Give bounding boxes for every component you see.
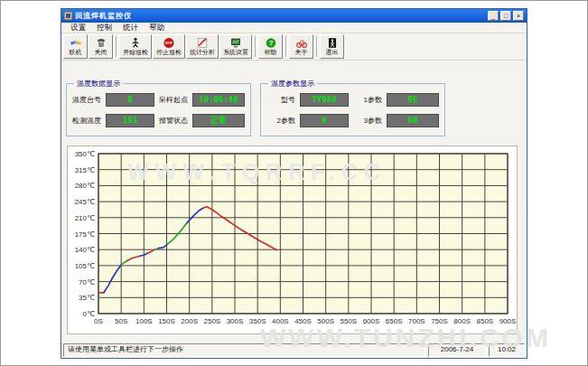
app-icon	[64, 12, 72, 20]
svg-text:175℃: 175℃	[75, 230, 95, 239]
svg-text:70℃: 70℃	[79, 278, 95, 286]
monitor-icon	[229, 37, 242, 49]
toolbar-button-system-settings[interactable]: 系统设置	[219, 34, 252, 59]
group-title: 温度参数显示	[268, 79, 317, 89]
svg-text:0℃: 0℃	[83, 310, 95, 318]
minimize-button[interactable]: _	[488, 11, 499, 21]
toolbar-button-start-patrol[interactable]: 开始巡检	[119, 34, 152, 59]
svg-text:210℃: 210℃	[75, 214, 95, 222]
svg-text:280℃: 280℃	[75, 182, 95, 190]
led-alarm-status: 正常	[192, 114, 245, 127]
field-label-measured-temp: 检测温度	[72, 116, 101, 126]
toolbar-button-help[interactable]: ? 帮助	[258, 34, 283, 59]
restore-button[interactable]: □	[500, 11, 511, 21]
svg-text:100S: 100S	[135, 317, 153, 325]
field-label-unit-number: 温度台号	[72, 95, 101, 105]
analysis-pen-icon	[196, 37, 209, 49]
question-mark-icon: ?	[265, 37, 277, 49]
toolbar: 联机 关闭 开始巡检 STOP	[61, 33, 527, 61]
led-measured-temp: 193	[106, 114, 154, 127]
toolbar-label: 关闭	[95, 49, 107, 55]
svg-text:140℃: 140℃	[75, 246, 95, 254]
svg-text:105℃: 105℃	[75, 262, 95, 270]
svg-text:750S: 750S	[431, 317, 448, 325]
led-model: TY988	[300, 93, 349, 107]
handshake-icon	[70, 37, 82, 49]
group-temperature-params: 温度参数显示 型号 TY988 1参数 95 2参数 0 3参数 88	[260, 79, 445, 136]
svg-text:315℃: 315℃	[75, 166, 95, 174]
toolbar-separator	[255, 36, 257, 57]
toolbar-separator	[285, 36, 287, 57]
toolbar-button-stop-patrol[interactable]: STOP 停止巡检	[153, 34, 185, 59]
svg-text:600S: 600S	[363, 317, 380, 325]
status-date: 2006-7-24	[428, 343, 486, 357]
led-sample-start: 10:06:48	[192, 93, 245, 107]
toolbar-label: 开始巡检	[123, 49, 148, 55]
led-param-3: 88	[387, 114, 439, 127]
svg-text:245℃: 245℃	[75, 198, 95, 206]
status-message: 请使用菜单或工具栏进行下一步操作	[63, 343, 425, 357]
toolbar-label: 关于	[295, 49, 308, 55]
field-label-alarm-status: 报警状态	[159, 116, 188, 126]
status-bar: 请使用菜单或工具栏进行下一步操作 2006-7-24 10:02	[63, 343, 525, 357]
svg-text:650S: 650S	[386, 317, 403, 325]
toolbar-label: 退出	[326, 49, 339, 55]
svg-text:850S: 850S	[476, 317, 493, 325]
title-bar: 回流焊机监控仪 _ □ ×	[61, 9, 527, 23]
chart-panel: 0S50S100S150S200S250S300S350S400S450S500…	[67, 145, 518, 334]
led-param-2: 0	[300, 114, 349, 127]
screenshot-root: 回流焊机监控仪 _ □ × 设置 控制 统计 帮助 联机	[0, 0, 588, 366]
group-title: 温度数据显示	[74, 79, 123, 89]
toolbar-label: 帮助	[265, 49, 277, 55]
svg-text:700S: 700S	[408, 317, 425, 325]
toolbar-button-about[interactable]: 关于	[289, 34, 313, 59]
svg-text:150S: 150S	[158, 317, 175, 325]
svg-text:STOP: STOP	[165, 42, 173, 45]
field-label-model: 型号	[266, 95, 295, 105]
stop-sign-icon: STOP	[163, 37, 175, 49]
status-time: 10:02	[489, 343, 525, 357]
toolbar-button-statistics[interactable]: 统计分析	[186, 34, 219, 59]
field-label-sample-start: 采样起点	[159, 95, 188, 105]
bicycle-icon	[295, 37, 308, 49]
toolbar-button-connect[interactable]: 联机	[63, 34, 88, 59]
svg-text:200S: 200S	[181, 317, 198, 325]
menu-item-help[interactable]: 帮助	[144, 23, 170, 33]
svg-text:300S: 300S	[227, 317, 244, 325]
inspector-person-icon	[129, 37, 142, 49]
toolbar-separator	[116, 36, 117, 57]
svg-text:350℃: 350℃	[75, 150, 95, 158]
temperature-chart: 0S50S100S150S200S250S300S350S400S450S500…	[68, 146, 517, 333]
svg-text:400S: 400S	[272, 317, 289, 325]
close-button[interactable]: ×	[513, 11, 524, 21]
field-label-param-1: 1参数	[353, 95, 382, 105]
field-label-param-3: 3参数	[353, 116, 382, 126]
toolbar-label: 统计分析	[190, 49, 215, 55]
toolbar-button-exit[interactable]: 退出	[320, 34, 344, 59]
svg-text:35℃: 35℃	[79, 294, 95, 302]
toolbar-button-close[interactable]: 关闭	[89, 34, 113, 59]
led-param-1: 95	[387, 93, 439, 107]
window-title: 回流焊机监控仪	[75, 11, 486, 21]
exit-door-icon	[326, 37, 339, 49]
readout-groups: 温度数据显示 温度台号 0 采样起点 10:06:48 检测温度 193 报警状…	[66, 79, 527, 136]
field-label-param-2: 2参数	[266, 116, 295, 126]
toolbar-label: 联机	[70, 49, 82, 55]
svg-text:450S: 450S	[294, 317, 312, 325]
menu-item-control[interactable]: 控制	[91, 23, 117, 33]
menu-item-settings[interactable]: 设置	[65, 23, 91, 33]
svg-text:500S: 500S	[317, 317, 334, 325]
toolbar-separator	[316, 36, 318, 57]
svg-text:250S: 250S	[203, 317, 220, 325]
phone-icon	[95, 37, 107, 49]
svg-text:?: ?	[268, 39, 273, 47]
led-unit-number: 0	[106, 93, 154, 107]
toolbar-label: 停止巡检	[156, 49, 182, 55]
menu-item-statistics[interactable]: 统计	[117, 23, 144, 33]
svg-text:900S: 900S	[499, 317, 517, 325]
svg-text:350S: 350S	[249, 317, 266, 325]
svg-text:50S: 50S	[115, 317, 127, 325]
svg-text:0S: 0S	[94, 317, 103, 325]
menu-bar: 设置 控制 统计 帮助	[61, 23, 527, 33]
svg-text:550S: 550S	[340, 317, 357, 325]
